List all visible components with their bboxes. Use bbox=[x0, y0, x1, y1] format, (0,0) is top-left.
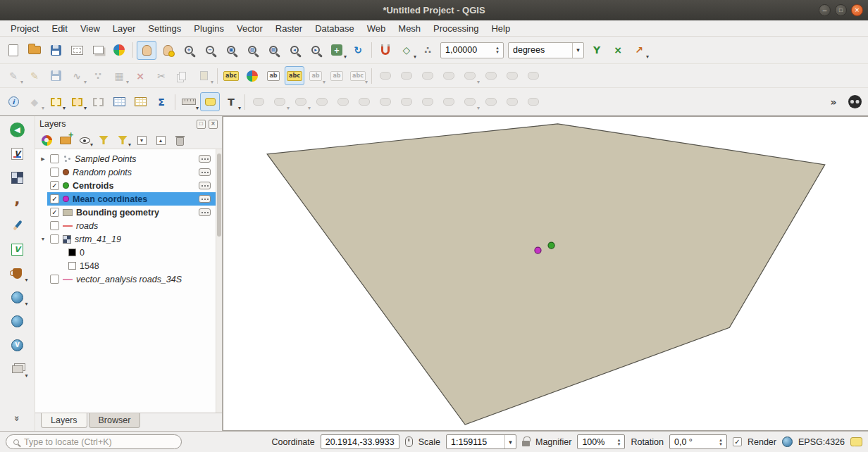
layer-visibility-checkbox[interactable] bbox=[50, 194, 59, 203]
trim-extend-button[interactable] bbox=[523, 92, 543, 111]
layer-item[interactable]: Centroids bbox=[35, 179, 222, 192]
feature-action-button[interactable]: ◆ bbox=[25, 92, 44, 111]
layer-indicator-icon[interactable] bbox=[199, 155, 211, 163]
add-spatialite-layer-button[interactable] bbox=[7, 215, 28, 235]
identify-features-button[interactable]: i bbox=[4, 92, 23, 111]
close-button[interactable] bbox=[851, 4, 863, 16]
render-checkbox[interactable] bbox=[733, 437, 742, 446]
layer-item[interactable]: ▼srtm_41_19 bbox=[35, 232, 222, 246]
layer-indicator-icon[interactable] bbox=[199, 168, 211, 176]
add-wcs-layer-button[interactable] bbox=[7, 311, 28, 331]
text-annotation-button[interactable]: T bbox=[221, 92, 241, 111]
digitize-with-segment-button[interactable]: ∿ bbox=[67, 66, 87, 85]
menu-web[interactable]: Web bbox=[361, 22, 392, 35]
reshape-features-button[interactable] bbox=[354, 92, 374, 111]
zoom-out-button[interactable]: − bbox=[200, 41, 220, 60]
tab-layers[interactable]: Layers bbox=[41, 413, 87, 428]
layer-item[interactable]: roads bbox=[35, 219, 222, 232]
spinner-arrows-icon[interactable] bbox=[614, 438, 623, 446]
toggle-editing-button[interactable]: ✎ bbox=[25, 66, 44, 85]
callout-move-button[interactable] bbox=[481, 66, 501, 85]
field-calculator-button[interactable] bbox=[130, 92, 150, 111]
menu-edit[interactable]: Edit bbox=[45, 22, 73, 35]
deselect-features-button[interactable] bbox=[88, 92, 108, 111]
layer-item[interactable]: vector_analysis roads_34S bbox=[35, 272, 222, 286]
menu-view[interactable]: View bbox=[74, 22, 106, 35]
expand-all-button[interactable] bbox=[133, 132, 150, 148]
snapping-mode-button[interactable]: ◇ bbox=[397, 41, 416, 60]
magnifier-spin[interactable]: 100% bbox=[577, 434, 625, 449]
layer-indicator-icon[interactable] bbox=[199, 182, 211, 189]
open-attribute-table-button[interactable] bbox=[109, 92, 129, 111]
layer-item[interactable]: Bounding geometry bbox=[35, 206, 222, 219]
check-geometries-button[interactable] bbox=[249, 92, 268, 111]
tab-browser[interactable]: Browser bbox=[89, 413, 141, 428]
add-record-button[interactable]: ∵ bbox=[88, 66, 108, 85]
scale-combo[interactable]: 1:159115 bbox=[446, 434, 516, 449]
expander-icon[interactable]: ▶ bbox=[39, 156, 46, 162]
left-toolbar-overflow-button[interactable]: » bbox=[7, 408, 28, 428]
menu-project[interactable]: Project bbox=[4, 22, 45, 35]
coordinate-input[interactable]: 20.1914,-33.9933 bbox=[321, 434, 399, 449]
change-diagram-button[interactable] bbox=[460, 66, 480, 85]
menu-help[interactable]: Help bbox=[485, 22, 516, 35]
style-manager-button[interactable] bbox=[109, 41, 129, 60]
new-print-layout-button[interactable] bbox=[67, 41, 87, 60]
add-virtual-layer-button[interactable]: V bbox=[7, 239, 28, 259]
lock-scale-icon[interactable] bbox=[522, 441, 530, 446]
pan-map-button[interactable] bbox=[137, 41, 156, 60]
pin-labels-button[interactable]: ab bbox=[264, 66, 283, 85]
dropdown-arrow-icon[interactable] bbox=[504, 435, 516, 448]
zoom-last-button[interactable]: ◂ bbox=[285, 41, 304, 60]
snap-tolerance-spin[interactable]: 1,00000 bbox=[440, 42, 504, 58]
circular-string-button[interactable] bbox=[270, 92, 290, 111]
add-wfs-layer-button[interactable]: V bbox=[7, 335, 28, 355]
menu-plugins[interactable]: Plugins bbox=[187, 22, 230, 35]
map-tips-button[interactable] bbox=[200, 92, 220, 111]
maximize-button[interactable] bbox=[835, 4, 847, 16]
move-diagram-button[interactable] bbox=[418, 66, 438, 85]
binoculars-button[interactable] bbox=[845, 92, 864, 111]
filter-legend-button[interactable] bbox=[95, 132, 112, 148]
rotate-point-symbols-button[interactable] bbox=[481, 92, 501, 111]
layer-visibility-checkbox[interactable] bbox=[50, 168, 59, 177]
add-wms-layer-button[interactable] bbox=[7, 287, 28, 307]
zoom-in-button[interactable]: + bbox=[179, 41, 199, 60]
vertex-filter-button[interactable] bbox=[460, 92, 480, 111]
show-hidden-diagrams-button[interactable] bbox=[397, 66, 416, 85]
save-project-button[interactable] bbox=[46, 41, 66, 60]
layer-indicator-icon[interactable] bbox=[199, 208, 211, 216]
map-canvas[interactable] bbox=[223, 116, 868, 431]
dropdown-arrow-icon[interactable] bbox=[572, 43, 583, 58]
highlight-labels-button[interactable]: abc bbox=[285, 66, 304, 85]
pin-diagrams-button[interactable] bbox=[376, 66, 395, 85]
layer-visibility-checkbox[interactable] bbox=[50, 275, 59, 284]
layer-visibility-checkbox[interactable] bbox=[50, 234, 59, 244]
spinner-arrows-icon[interactable] bbox=[717, 438, 725, 446]
collapse-all-button[interactable] bbox=[152, 132, 169, 148]
add-group-button[interactable] bbox=[57, 132, 74, 148]
menu-mesh[interactable]: Mesh bbox=[392, 22, 427, 35]
new-project-button[interactable] bbox=[4, 41, 23, 60]
rotate-feature-button[interactable] bbox=[312, 92, 332, 111]
snap-units-combo[interactable]: degrees bbox=[508, 42, 584, 58]
snap-intersection-button[interactable]: × bbox=[608, 41, 628, 60]
layer-visibility-checkbox[interactable] bbox=[50, 221, 59, 230]
layer-item[interactable]: ▶Sampled Points bbox=[35, 152, 222, 165]
crs-label[interactable]: EPSG:4326 bbox=[798, 437, 845, 447]
close-panel-button[interactable] bbox=[209, 120, 218, 129]
new-layer-button[interactable] bbox=[7, 359, 28, 379]
snapping-options-button[interactable] bbox=[376, 41, 395, 60]
open-layer-styling-button[interactable] bbox=[38, 132, 55, 148]
zoom-full-button[interactable]: ▣ bbox=[221, 41, 241, 60]
legend-entry[interactable]: 0 bbox=[35, 246, 222, 259]
open-project-button[interactable] bbox=[25, 41, 44, 60]
layer-visibility-checkbox[interactable] bbox=[50, 208, 59, 217]
change-label-button[interactable]: abc bbox=[348, 66, 368, 85]
vertex-tool-button[interactable]: ▦ bbox=[109, 66, 129, 85]
measure-button[interactable] bbox=[179, 92, 199, 111]
zoom-to-layer-button[interactable]: ▤ bbox=[264, 41, 283, 60]
show-layout-manager-button[interactable] bbox=[88, 41, 108, 60]
menu-database[interactable]: Database bbox=[309, 22, 361, 35]
layer-indicator-icon[interactable] bbox=[199, 195, 211, 203]
